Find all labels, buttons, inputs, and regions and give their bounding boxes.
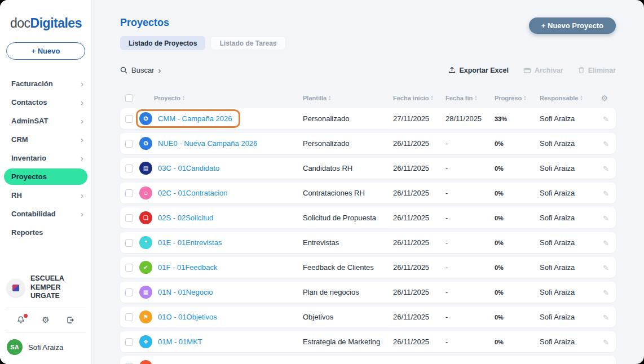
project-name-wrap: ✪ CMM - Campaña 2026: [136, 109, 240, 128]
row-checkbox[interactable]: [125, 115, 133, 123]
project-link[interactable]: 02C - 01Contratacion: [158, 189, 228, 197]
table-row[interactable]: ▦ 01N - 01Negocio Plan de negocios 26/11…: [120, 282, 616, 303]
delete-button[interactable]: Eliminar: [578, 66, 616, 74]
organization-avatar: [7, 279, 25, 297]
project-link[interactable]: 02S - 02Solicitud: [158, 214, 213, 222]
start-date-cell: 26/11/2025: [393, 164, 445, 172]
sidebar-item-label: Inventario: [11, 154, 46, 162]
brain-icon: ✾: [139, 360, 152, 364]
table-row[interactable]: ▤ 03C - 01Candidato Candidatos RH 26/11/…: [120, 158, 616, 179]
sidebar-item-inventario[interactable]: Inventario ›: [0, 149, 91, 167]
template-cell: Objetivos: [303, 313, 393, 321]
organization-row[interactable]: ESCUELA KEMPER URGATE: [0, 269, 91, 308]
sidebar-item-reportes[interactable]: Reportes: [0, 223, 91, 242]
logout-icon[interactable]: [66, 316, 75, 325]
sidebar-item-proyectos[interactable]: Proyectos: [4, 168, 87, 185]
table-row[interactable]: ✪ NUE0 - Nueva Campaña 2026 Personalizad…: [120, 133, 616, 154]
project-link[interactable]: 01N - 01Negocio: [158, 288, 213, 296]
row-checkbox[interactable]: [125, 214, 133, 222]
main-content: Proyectos + Nuevo Proyecto Listado de Pr…: [92, 0, 644, 364]
tab[interactable]: Listado de Tareas: [210, 36, 285, 50]
table-row[interactable]: ✪ CMM - Campaña 2026 Personalizado 27/11…: [120, 108, 616, 129]
start-date-cell: 26/11/2025: [393, 313, 445, 321]
tab[interactable]: Listado de Proyectos: [120, 36, 205, 50]
column-fecha-inicio[interactable]: Fecha inicio: [393, 95, 429, 101]
sidebar-item-crm[interactable]: CRM ›: [0, 130, 91, 149]
archive-button[interactable]: Archivar: [523, 66, 563, 74]
project-link[interactable]: 01M - 01MKT: [158, 338, 202, 346]
table-row[interactable]: ❖ 01M - 01MKT Estrategia de Marketing 26…: [120, 331, 616, 352]
row-checkbox[interactable]: [125, 338, 133, 346]
edit-pencil-icon[interactable]: ✎: [603, 189, 609, 198]
progress-cell: 0%: [495, 339, 540, 345]
template-cell: Estrategia de Marketing: [303, 338, 393, 346]
table-row[interactable]: ⚑ 01O - 01Objetivos Objetivos 26/11/2025…: [120, 307, 616, 327]
edit-pencil-icon[interactable]: ✎: [603, 239, 609, 247]
row-checkbox[interactable]: [125, 189, 133, 197]
template-cell: Solicitud de Propuesta: [303, 214, 393, 222]
trash-icon: [578, 66, 585, 74]
organization-crest-icon: [12, 285, 19, 291]
row-checkbox[interactable]: [125, 140, 133, 148]
chevron-right-icon: ›: [81, 116, 83, 126]
row-checkbox[interactable]: [125, 288, 133, 296]
gear-icon[interactable]: ⚙: [42, 315, 49, 325]
user-row[interactable]: SA Sofi Araiza: [0, 332, 91, 364]
owner-cell: Sofi Araiza: [540, 338, 601, 346]
progress-cell: 0%: [495, 165, 540, 172]
sidebar-item-label: Proyectos: [11, 172, 47, 181]
project-name-wrap: ☺ 02C - 01Contratacion: [139, 187, 228, 199]
table-row[interactable]: ✾ 01B - 01Brainstorming Brainstorming 26…: [120, 356, 616, 364]
column-plantilla[interactable]: Plantilla: [303, 95, 327, 101]
project-name-wrap: ▤ 03C - 01Candidato: [139, 162, 219, 175]
project-link[interactable]: 01F - 01Feedback: [158, 263, 218, 272]
project-link[interactable]: 03C - 01Candidato: [158, 164, 219, 172]
edit-pencil-icon[interactable]: ✎: [603, 338, 609, 347]
start-date-cell: 27/11/2025: [393, 114, 445, 123]
edit-pencil-icon[interactable]: ✎: [603, 140, 609, 148]
sidebar-item-rh[interactable]: RH ›: [0, 186, 91, 205]
owner-cell: Sofi Araiza: [540, 189, 601, 197]
edit-pencil-icon[interactable]: ✎: [603, 165, 609, 173]
edit-pencil-icon[interactable]: ✎: [603, 313, 609, 322]
project-link[interactable]: 01E - 01Entrevistas: [158, 238, 222, 247]
select-all-checkbox[interactable]: [125, 94, 133, 102]
sidebar-item-adminsat[interactable]: AdminSAT ›: [0, 112, 91, 130]
search-control[interactable]: Buscar ›: [120, 65, 161, 75]
sidebar-item-contabilidad[interactable]: Contabilidad ›: [0, 205, 91, 223]
sidebar-item-label: Contabilidad: [11, 210, 56, 218]
search-label: Buscar: [131, 66, 154, 74]
edit-pencil-icon[interactable]: ✎: [603, 264, 609, 272]
sidebar-item-contactos[interactable]: Contactos ›: [0, 93, 91, 112]
column-settings-gear-icon[interactable]: ⚙: [601, 94, 616, 103]
sidebar-item-label: RH: [11, 191, 22, 199]
chevron-right-icon: ›: [81, 153, 83, 163]
row-checkbox[interactable]: [125, 239, 133, 247]
row-checkbox[interactable]: [125, 264, 133, 272]
bell-icon[interactable]: [16, 316, 25, 325]
sidebar-item-facturación[interactable]: Facturación ›: [0, 74, 91, 93]
row-checkbox[interactable]: [125, 165, 133, 172]
project-link[interactable]: 01O - 01Objetivos: [158, 313, 217, 321]
table-row[interactable]: ✔ 01F - 01Feedback Feedback de Clientes …: [120, 257, 616, 278]
search-icon: [120, 66, 127, 74]
template-cell: Personalizado: [303, 114, 393, 123]
column-fecha-fin[interactable]: Fecha fin: [445, 95, 473, 101]
project-link[interactable]: NUE0 - Nueva Campaña 2026: [158, 139, 257, 148]
edit-pencil-icon[interactable]: ✎: [603, 115, 609, 123]
new-project-button[interactable]: + Nuevo Proyecto: [529, 17, 616, 34]
project-name-wrap: ✾ 01B - 01Brainstorming: [139, 360, 231, 364]
edit-pencil-icon[interactable]: ✎: [603, 288, 609, 297]
new-button[interactable]: + Nuevo: [6, 42, 85, 60]
table-row[interactable]: ❏ 02S - 02Solicitud Solicitud de Propues…: [120, 207, 616, 228]
project-link[interactable]: CMM - Campaña 2026: [158, 114, 232, 123]
column-responsable[interactable]: Responsable: [540, 95, 578, 101]
column-proyecto[interactable]: Proyecto: [154, 95, 180, 101]
row-checkbox[interactable]: [125, 313, 133, 321]
table-row[interactable]: ☺ 02C - 01Contratacion Contrataciones RH…: [120, 183, 616, 203]
archive-label: Archivar: [535, 66, 563, 74]
column-progreso[interactable]: Progreso: [495, 95, 522, 101]
edit-pencil-icon[interactable]: ✎: [603, 214, 609, 223]
export-excel-button[interactable]: Exportar Excel: [448, 66, 509, 74]
table-row[interactable]: ❝ 01E - 01Entrevistas Entrevistas 26/11/…: [120, 232, 616, 253]
